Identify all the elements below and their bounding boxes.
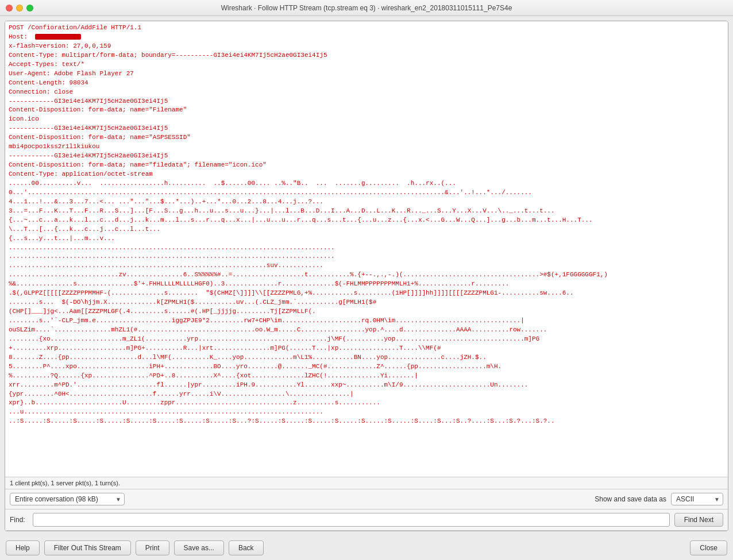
stream-line: x-flash=version: 27,0,0,159	[9, 42, 724, 51]
stream-line: .............................zv.........…	[9, 271, 724, 280]
traffic-lights	[6, 5, 33, 11]
stream-line: Host:	[9, 33, 724, 42]
stream-line: .$(,GLPPZ[[[[[ZZZZPPPMMHF-(.............…	[9, 289, 724, 298]
bottom-left-buttons: Help Filter Out This Stream Print Save a…	[6, 540, 264, 555]
stream-line: Content-Disposition: form-data; name="Fi…	[9, 106, 724, 115]
conversation-select[interactable]: Entire conversation (98 kB)	[10, 493, 125, 505]
stream-line: Content-Type: multipart/form-data; bound…	[9, 51, 724, 60]
find-bar: Find: Find Next	[5, 509, 728, 531]
stream-line: ------------GI3ei4ei4KM7Ij5cH2ae0GI3ei4I…	[9, 124, 724, 133]
bottom-right-buttons: Close	[690, 540, 727, 555]
stream-content-area[interactable]: POST /Confioration/AddFile HTTP/1.1Host:…	[5, 21, 728, 477]
titlebar: Wireshark · Follow HTTP Stream (tcp.stre…	[0, 0, 733, 16]
stream-line: (CHP[]___]jg<...Aam[[ZZZPMLGF(.4........…	[9, 307, 724, 316]
stream-line: xrr.........m^PD.'.....................f…	[9, 381, 724, 390]
stream-line: ........{xo...................m_ZL1(....…	[9, 335, 724, 344]
bottom-buttons-bar: Help Filter Out This Stream Print Save a…	[0, 536, 733, 560]
stream-line: User-Agent: Adobe Flash Player 27	[9, 69, 724, 79]
stream-line: 3...=...F...K...T...F...R...S...]...[F..…	[9, 207, 724, 216]
stream-line: mbi4pocpo1kss2r1l1kiukou	[9, 142, 724, 152]
stream-line: 4...1...!...&...3...7...<... ..."..."...…	[9, 198, 724, 207]
back-button[interactable]: Back	[229, 540, 264, 555]
stream-line: Content-Disposition: form-data; name="AS…	[9, 133, 724, 142]
stream-line: 0...'...................................…	[9, 188, 724, 198]
stream-line: Content-Disposition: form-data; name="fi…	[9, 161, 724, 170]
stream-line: ........................................…	[9, 252, 724, 261]
print-button[interactable]: Print	[136, 540, 169, 555]
maximize-traffic-light[interactable]	[26, 5, 33, 11]
close-traffic-light[interactable]	[6, 5, 13, 11]
stream-line: ........s..'`-CLP_jmm.e.................…	[9, 316, 724, 326]
stream-line: %..........?Q......{xp...............^PD…	[9, 372, 724, 381]
show-save-label: Show and save data as	[595, 495, 666, 503]
stream-line: {...~...c...a...k...l...c...d...j...k...…	[9, 216, 724, 225]
stream-line: icon.ico	[9, 115, 724, 124]
find-next-button[interactable]: Find Next	[674, 513, 723, 527]
main-window: POST /Confioration/AddFile HTTP/1.1Host:…	[5, 21, 728, 531]
stream-line: %&...............s...............$'+.FHH…	[9, 280, 724, 289]
stream-line: Connection: close	[9, 88, 724, 97]
stream-line: ......00..........v... .................…	[9, 179, 724, 188]
stream-line: Accept-Types: text/*	[9, 60, 724, 69]
status-bar: 1 client pkt(s), 1 server pkt(s), 1 turn…	[5, 477, 728, 489]
stream-line: {ypr........^0H<......................f.…	[9, 390, 724, 399]
stream-line: ..:S.....:S.....:S.....:S.....:S.....:S.…	[9, 417, 724, 426]
stream-line: Content-Type: application/octet-stream	[9, 170, 724, 179]
stream-line: ........s... $(-DO\hjjm.X.............k[…	[9, 298, 724, 307]
stream-line: {...s...y...t...|...m...v...	[9, 234, 724, 244]
stream-line: ...u....................................…	[9, 408, 724, 417]
conversation-dropdown-wrapper: Entire conversation (98 kB) ▼	[10, 493, 125, 505]
stream-line: 8.......Z....{pp..................d...l\…	[9, 353, 724, 362]
stream-line: ------------GI3ei4ei4KM7Ij5cH2ae0GI3ei4I…	[9, 152, 724, 161]
stream-line: POST /Confioration/AddFile HTTP/1.1	[9, 24, 724, 33]
close-button[interactable]: Close	[690, 540, 727, 555]
status-text: 1 client pkt(s), 1 server pkt(s), 1 turn…	[10, 480, 120, 486]
stream-line: Content-Length: 98034	[9, 79, 724, 88]
stream-line: ........................................…	[9, 244, 724, 253]
stream-line: ........................................…	[9, 261, 724, 271]
stream-line: +.........xrp..................m]PG+....…	[9, 344, 724, 353]
format-dropdown-wrapper: ASCII EBCDIC Hex Dump C Arrays Raw ▼	[671, 493, 723, 505]
help-button[interactable]: Help	[6, 540, 40, 555]
find-label: Find:	[10, 516, 28, 524]
window-title: Wireshark · Follow HTTP Stream (tcp.stre…	[221, 4, 512, 12]
stream-line: xpr}..b.......................U.........…	[9, 399, 724, 408]
stream-line: 5........P^....xpo...................iPH…	[9, 362, 724, 372]
controls-bar: Entire conversation (98 kB) ▼ Show and s…	[5, 489, 728, 509]
format-select[interactable]: ASCII EBCDIC Hex Dump C Arrays Raw	[671, 493, 723, 505]
minimize-traffic-light[interactable]	[16, 5, 23, 11]
filter-out-button[interactable]: Filter Out This Stream	[44, 540, 131, 555]
stream-line: \...T...[...{...k...c...j...c...l...t...	[9, 225, 724, 234]
stream-line: ------------GI3ei4ei4KM7Ij5cH2ae0GI3ei4I…	[9, 97, 724, 106]
save-as-button[interactable]: Save as...	[174, 540, 224, 555]
find-input[interactable]	[33, 513, 670, 527]
stream-line: ouSLZim....`...............mhZL1(#......…	[9, 326, 724, 335]
